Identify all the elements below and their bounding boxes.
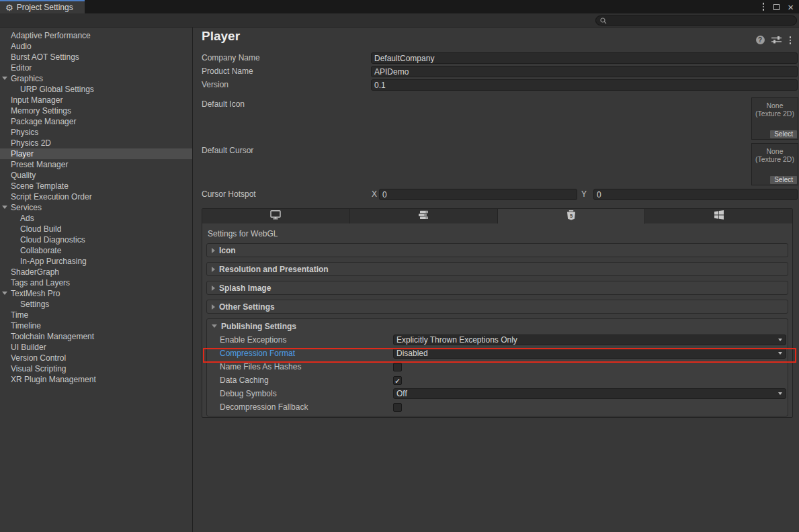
more-options-icon[interactable] <box>788 35 793 46</box>
window-controls: × <box>761 0 794 13</box>
sidebar-item-services[interactable]: Services <box>0 202 192 213</box>
company-name-label: Company Name <box>202 52 260 64</box>
sidebar-item-version-control[interactable]: Version Control <box>0 353 192 363</box>
sidebar-item-memory-settings[interactable]: Memory Settings <box>0 105 192 116</box>
hotspot-x-input[interactable] <box>379 189 577 200</box>
sidebar-item-preset-manager[interactable]: Preset Manager <box>0 159 192 170</box>
dropdown-caret-icon <box>778 352 782 355</box>
sidebar-item-physics-2d[interactable]: Physics 2D <box>0 138 192 148</box>
sidebar-item-physics[interactable]: Physics <box>0 127 192 138</box>
version-input[interactable] <box>371 79 798 91</box>
sidebar-item-cloud-build[interactable]: Cloud Build <box>0 224 192 234</box>
sidebar-item-label: Editor <box>0 62 32 73</box>
collapsed-caret-icon <box>212 267 215 272</box>
sidebar-item-toolchain-management[interactable]: Toolchain Management <box>0 331 192 342</box>
default-icon-select-button[interactable]: Select <box>770 130 797 138</box>
sidebar-item-label: Toolchain Management <box>0 331 94 342</box>
hotspot-x-label: X <box>372 189 377 200</box>
sidebar-item-label: Settings <box>0 299 49 310</box>
sidebar-item-label: Quality <box>0 170 36 181</box>
sidebar-item-shadergraph[interactable]: ShaderGraph <box>0 267 192 277</box>
default-icon-picker[interactable]: None (Texture 2D) Select <box>751 97 798 140</box>
window-menu-button[interactable] <box>761 1 766 12</box>
compression-format-dropdown[interactable]: Disabled <box>393 348 786 359</box>
sidebar-item-adaptive-performance[interactable]: Adaptive Performance <box>0 30 192 41</box>
sidebar-item-urp-global-settings[interactable]: URP Global Settings <box>0 84 192 95</box>
sidebar-item-cloud-diagnostics[interactable]: Cloud Diagnostics <box>0 234 192 245</box>
expand-caret-icon[interactable] <box>2 206 7 209</box>
debug-symbols-dropdown[interactable]: Off <box>393 388 786 399</box>
section-other-settings[interactable]: Other Settings <box>206 300 788 314</box>
sidebar-item-settings[interactable]: Settings <box>0 299 192 310</box>
sidebar-item-xr-plugin-management[interactable]: XR Plugin Management <box>0 374 192 385</box>
sidebar-item-tags-and-layers[interactable]: Tags and Layers <box>0 277 192 288</box>
sidebar-item-visual-scripting[interactable]: Visual Scripting <box>0 363 192 374</box>
hotspot-y-input[interactable] <box>593 189 798 200</box>
sidebar-item-graphics[interactable]: Graphics <box>0 73 192 84</box>
platform-settings-box: 5 Settings for WebGL IconResolution and … <box>202 208 793 418</box>
enable-exceptions-dropdown[interactable]: Explicitly Thrown Exceptions Only <box>393 335 786 345</box>
company-name-input[interactable] <box>371 52 798 64</box>
platform-tab-dedicated-server[interactable] <box>350 209 498 224</box>
sidebar-item-label: Input Manager <box>0 95 62 105</box>
windows-icon <box>714 210 724 222</box>
search-input[interactable] <box>609 17 792 25</box>
setting-label: Decompression Fallback <box>220 402 393 412</box>
sidebar-item-label: Version Control <box>0 353 66 363</box>
dropdown-value: Off <box>396 389 407 398</box>
sidebar-item-label: Tags and Layers <box>0 277 70 288</box>
close-button[interactable]: × <box>788 2 794 12</box>
section-icon[interactable]: Icon <box>206 243 788 257</box>
platform-tab-standalone[interactable] <box>202 209 350 224</box>
sidebar-item-collaborate[interactable]: Collaborate <box>0 245 192 256</box>
data-caching-checkbox[interactable]: ✓ <box>393 376 402 385</box>
name-files-as-hashes-checkbox[interactable] <box>393 363 402 371</box>
product-name-label: Product Name <box>202 66 253 77</box>
section-resolution-and-presentation[interactable]: Resolution and Presentation <box>206 262 788 276</box>
section-publishing-settings: Publishing SettingsEnable ExceptionsExpl… <box>206 318 788 416</box>
sidebar-item-in-app-purchasing[interactable]: In-App Purchasing <box>0 256 192 267</box>
setting-row-compression-format: Compression FormatDisabled <box>207 347 788 360</box>
setting-row-name-files-as-hashes: Name Files As Hashes <box>207 360 788 373</box>
expand-caret-icon[interactable] <box>2 292 7 295</box>
sidebar-item-textmesh-pro[interactable]: TextMesh Pro <box>0 288 192 299</box>
sidebar-item-scene-template[interactable]: Scene Template <box>0 181 192 191</box>
project-settings-window: ⚙ Project Settings × Adaptive Performanc… <box>0 0 799 532</box>
sidebar-item-label: Cloud Diagnostics <box>0 234 85 245</box>
sidebar-item-burst-aot-settings[interactable]: Burst AOT Settings <box>0 52 192 62</box>
sidebar-item-script-execution-order[interactable]: Script Execution Order <box>0 191 192 202</box>
setting-label: Name Files As Hashes <box>220 362 393 371</box>
sidebar-item-quality[interactable]: Quality <box>0 170 192 181</box>
platform-tab-webgl[interactable]: 5 <box>498 209 646 224</box>
sidebar-item-label: Memory Settings <box>0 105 71 116</box>
svg-text:5: 5 <box>570 213 573 219</box>
html5-icon: 5 <box>567 210 575 222</box>
sidebar-item-timeline[interactable]: Timeline <box>0 320 192 331</box>
presets-icon[interactable] <box>771 36 782 44</box>
section-header-publishing-settings[interactable]: Publishing Settings <box>207 319 788 333</box>
platform-tab-windows-store[interactable] <box>645 209 792 224</box>
product-name-input[interactable] <box>371 66 798 77</box>
maximize-button[interactable] <box>773 4 780 10</box>
help-icon[interactable]: ? <box>756 36 765 44</box>
section-splash-image[interactable]: Splash Image <box>206 281 788 295</box>
body: Adaptive PerformanceAudioBurst AOT Setti… <box>0 28 799 532</box>
sidebar-item-input-manager[interactable]: Input Manager <box>0 95 192 105</box>
default-cursor-select-button[interactable]: Select <box>770 176 797 184</box>
sidebar-item-time[interactable]: Time <box>0 310 192 320</box>
sidebar-item-player[interactable]: Player <box>0 148 192 159</box>
project-settings-tab[interactable]: ⚙ Project Settings <box>0 0 85 13</box>
gear-icon: ⚙ <box>5 3 13 12</box>
sidebar-item-ads[interactable]: Ads <box>0 213 192 224</box>
sidebar-item-package-manager[interactable]: Package Manager <box>0 116 192 127</box>
sidebar-item-ui-builder[interactable]: UI Builder <box>0 342 192 353</box>
sidebar-item-audio[interactable]: Audio <box>0 41 192 52</box>
player-panel: Player ? Company Name Product Name Versi… <box>193 28 799 532</box>
platform-tab-bar: 5 <box>202 209 792 224</box>
section-label: Resolution and Presentation <box>219 265 329 274</box>
decompression-fallback-checkbox[interactable] <box>393 403 402 412</box>
setting-row-decompression-fallback: Decompression Fallback <box>207 400 788 414</box>
default-cursor-picker[interactable]: None (Texture 2D) Select <box>751 143 798 185</box>
expand-caret-icon[interactable] <box>2 77 7 80</box>
sidebar-item-editor[interactable]: Editor <box>0 62 192 73</box>
